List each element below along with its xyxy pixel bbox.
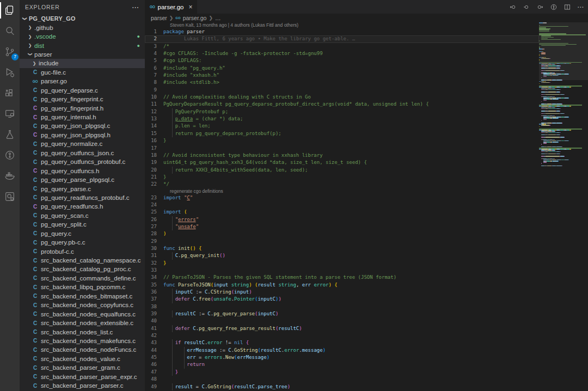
- code-line-27[interactable]: 27 "unsafe": [145, 223, 539, 230]
- code-line-4[interactable]: 4#cgo CFLAGS: -Iinclude -g -fstack-prote…: [145, 50, 539, 57]
- source-control-icon[interactable]: 7: [0, 41, 20, 62]
- code-line-33[interactable]: 33: [145, 267, 539, 274]
- tree-file-src-backend-nodes-value-c[interactable]: Csrc_backend_nodes_value.c: [20, 355, 145, 363]
- code-line-24[interactable]: 24: [145, 201, 539, 209]
- tree-file-src-backend-catalog-pg-proc-c[interactable]: Csrc_backend_catalog_pg_proc.c: [20, 265, 145, 273]
- code-line-20[interactable]: 20 return XXH3_64bits_withSeed(data, len…: [145, 167, 539, 174]
- tree-file-pg-query-readfuncs-protobuf-c[interactable]: Cpg_query_readfuncs_protobuf.c: [20, 193, 145, 202]
- more-actions-icon[interactable]: ⋯: [577, 3, 585, 11]
- code-line-12[interactable]: 12 PgQueryProtobuf p;: [145, 108, 539, 115]
- code-line-31[interactable]: 31 C.pg_query_init(): [145, 252, 539, 259]
- tree-file-src-backend-commands-define-c[interactable]: Csrc_backend_commands_define.c: [20, 274, 145, 283]
- tree-file-pg-query-outfuncs-json-c[interactable]: Cpg_query_outfuncs_json.c: [20, 149, 145, 157]
- code-line-18[interactable]: 18// Avoid inconsistent type behaviour i…: [145, 152, 539, 159]
- code-line-17[interactable]: 17: [145, 145, 539, 152]
- code-line-43[interactable]: 43 if resultC.error != nil {: [145, 339, 539, 346]
- code-line-44[interactable]: 44 errMessage := C.GoString(resultC.erro…: [145, 347, 539, 354]
- tab-parser-go[interactable]: GO parser.go ×: [145, 0, 197, 14]
- tree-file-pg-query-internal-h[interactable]: Cpg_query_internal.h: [20, 113, 145, 121]
- code-line-23[interactable]: 23import "C": [145, 194, 539, 201]
- tree-file-protobuf-c-c[interactable]: Cprotobuf-c.c: [20, 247, 145, 255]
- minimap[interactable]: [539, 22, 588, 391]
- run-debug-icon[interactable]: [0, 62, 20, 83]
- tree-folder--vscode[interactable]: ❯.vscode●: [20, 32, 145, 41]
- tree-file-src-backend-nodes-equalfuncs-c[interactable]: Csrc_backend_nodes_equalfuncs.c: [20, 309, 145, 318]
- tree-file-src-backend-nodes-bitmapset-c[interactable]: Csrc_backend_nodes_bitmapset.c: [20, 292, 145, 301]
- code-line-16[interactable]: 16}: [145, 137, 539, 144]
- explorer-icon[interactable]: [0, 0, 20, 21]
- gitlens-icon[interactable]: [549, 3, 558, 11]
- code-editor[interactable]: Steven Kalt, 13 months ago | 4 authors (…: [145, 22, 539, 391]
- tree-file-pg-query-scan-c[interactable]: Cpg_query_scan.c: [20, 211, 145, 220]
- tree-file-src-backend-nodes-list-c[interactable]: Csrc_backend_nodes_list.c: [20, 327, 145, 336]
- tree-file-pg-query-parse-plpgsql-c[interactable]: Cpg_query_parse_plpgsql.c: [20, 175, 145, 184]
- code-line-6[interactable]: 6#include "pg_query.h": [145, 65, 539, 72]
- tree-file-src-backend-parser-parse-expr-c[interactable]: Csrc_backend_parser_parse_expr.c: [20, 372, 145, 381]
- code-line-35[interactable]: 35func ParseToJSON(input string) (result…: [145, 282, 539, 289]
- code-line-38[interactable]: 38: [145, 303, 539, 310]
- tree-file-src-backend-parser-gram-c[interactable]: Csrc_backend_parser_gram.c: [20, 363, 145, 372]
- open-changes-prev-icon[interactable]: [509, 3, 517, 11]
- tree-file-pg-query-fingerprint-h[interactable]: Cpg_query_fingerprint.h: [20, 103, 145, 112]
- code-line-1[interactable]: 1package parser: [145, 28, 539, 35]
- open-changes-next-icon[interactable]: [536, 3, 544, 11]
- breadcrumb-item[interactable]: parser: [151, 15, 167, 21]
- tree-folder-include[interactable]: ❯include: [20, 59, 145, 68]
- tree-file-src-backend-libpq-pqcomm-c[interactable]: Csrc_backend_libpq_pqcomm.c: [20, 283, 145, 291]
- extensions-icon[interactable]: [0, 83, 20, 103]
- code-line-19[interactable]: 19uint64_t pg_query_hash_xxh3_64(void *d…: [145, 159, 539, 166]
- code-line-46[interactable]: 46 return: [145, 361, 539, 368]
- tree-root-pg-query-go[interactable]: ❯PG_QUERY_GO: [20, 14, 145, 23]
- code-line-2[interactable]: 2Lukas Fittl, 6 years ago • Make the lib…: [145, 35, 539, 42]
- tree-file-pg-query-outfuncs-h[interactable]: Cpg_query_outfuncs.h: [20, 166, 145, 175]
- code-line-37[interactable]: 37 defer C.free(unsafe.Pointer(inputC)): [145, 296, 539, 303]
- code-line-45[interactable]: 45 err = errors.New(errMessage): [145, 354, 539, 361]
- tree-file-pg-query-parse-c[interactable]: Cpg_query_parse.c: [20, 184, 145, 193]
- code-line-34[interactable]: 34// ParseToJSON - Parses the given SQL …: [145, 274, 539, 281]
- tree-file-pg-query-c[interactable]: Cpg_query.c: [20, 229, 145, 238]
- split-editor-icon[interactable]: [563, 3, 571, 11]
- tree-file-pg-query-fingerprint-c[interactable]: Cpg_query_fingerprint.c: [20, 95, 145, 103]
- tree-file-pg-query-deparse-c[interactable]: Cpg_query_deparse.c: [20, 86, 145, 95]
- containers-icon[interactable]: [0, 186, 20, 207]
- code-line-11[interactable]: 11PgQueryDeparseResult pg_query_deparse_…: [145, 101, 539, 108]
- code-line-5[interactable]: 5#cgo LDFLAGS:: [145, 57, 539, 64]
- tree-folder-dist[interactable]: ❯dist●: [20, 41, 145, 50]
- tree-file-src-backend-parser-parser-c[interactable]: Csrc_backend_parser_parser.c: [20, 381, 145, 390]
- code-line-26[interactable]: 26 "errors": [145, 216, 539, 223]
- close-tab-icon[interactable]: ×: [188, 3, 192, 11]
- code-line-3[interactable]: 3/*: [145, 43, 539, 50]
- code-line-15[interactable]: 15 return pg_query_deparse_protobuf(p);: [145, 130, 539, 137]
- open-changes-icon[interactable]: [522, 3, 530, 11]
- code-line-40[interactable]: 40: [145, 317, 539, 325]
- explorer-more-actions-icon[interactable]: ⋯: [132, 3, 139, 11]
- tree-file-pg-query-readfuncs-h[interactable]: Cpg_query_readfuncs.h: [20, 202, 145, 211]
- code-line-39[interactable]: 39 resultC := C.pg_query_parse(inputC): [145, 310, 539, 317]
- breadcrumb-item[interactable]: …: [215, 15, 221, 21]
- code-line-22[interactable]: 22*/: [145, 181, 539, 188]
- code-line-8[interactable]: 8#include <stdlib.h>: [145, 79, 539, 86]
- tree-file-src-backend-nodes-copyfuncs-c[interactable]: Csrc_backend_nodes_copyfuncs.c: [20, 301, 145, 309]
- code-line-41[interactable]: 41 defer C.pg_query_free_parse_result(re…: [145, 325, 539, 332]
- minimap-slider[interactable]: [539, 22, 588, 80]
- testing-icon[interactable]: [0, 124, 20, 145]
- code-line-13[interactable]: 13 p.data = (char *) data;: [145, 115, 539, 123]
- code-line-29[interactable]: 29: [145, 238, 539, 245]
- code-line-32[interactable]: 32}: [145, 260, 539, 267]
- tree-file-src-backend-nodes-makefuncs-c[interactable]: Csrc_backend_nodes_makefuncs.c: [20, 337, 145, 345]
- tree-file-pg-query-pb-c-c[interactable]: Cpg_query.pb-c.c: [20, 238, 145, 247]
- code-line-7[interactable]: 7#include "xxhash.h": [145, 72, 539, 79]
- code-line-47[interactable]: 47 }: [145, 369, 539, 376]
- tree-folder--github[interactable]: ❯.github: [20, 23, 145, 32]
- docker-icon[interactable]: [0, 166, 20, 186]
- tree-file-pg-query-normalize-c[interactable]: Cpg_query_normalize.c: [20, 139, 145, 148]
- breadcrumb-item[interactable]: parser.go: [183, 15, 207, 21]
- tree-file-pg-query-json-plpgsql-h[interactable]: Cpg_query_json_plpgsql.h: [20, 131, 145, 139]
- tree-file-guc-file-c[interactable]: Cguc-file.c: [20, 68, 145, 77]
- code-line-48[interactable]: 48: [145, 376, 539, 383]
- code-line-10[interactable]: 10// Avoid complexities dealing with C s…: [145, 94, 539, 101]
- code-line-28[interactable]: 28): [145, 230, 539, 237]
- search-icon[interactable]: [0, 21, 20, 41]
- code-line-25[interactable]: 25import (: [145, 209, 539, 216]
- tree-file-pg-query-json-plpgsql-c[interactable]: Cpg_query_json_plpgsql.c: [20, 121, 145, 130]
